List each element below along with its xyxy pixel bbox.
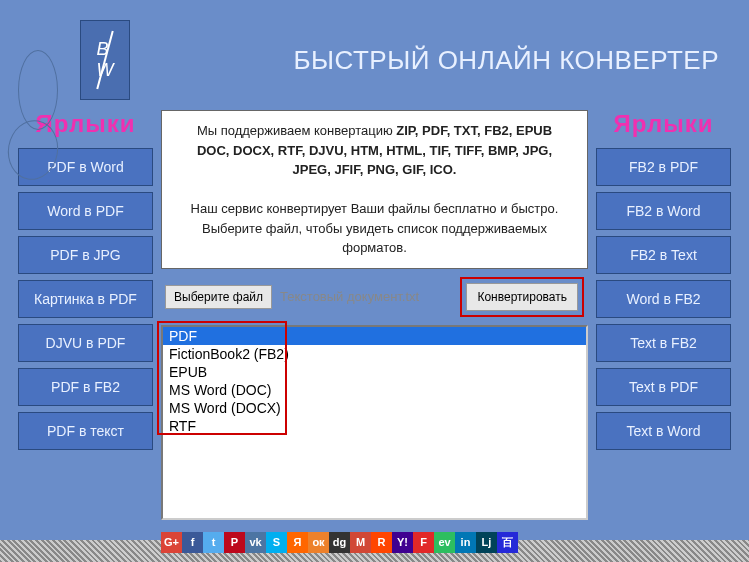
- social-icon[interactable]: Y!: [392, 532, 413, 553]
- decorative-oval: [18, 50, 58, 130]
- sidebar-right-item[interactable]: Text в FB2: [596, 324, 731, 362]
- social-icon[interactable]: G+: [161, 532, 182, 553]
- social-icon[interactable]: in: [455, 532, 476, 553]
- site-logo[interactable]: BW: [80, 20, 130, 100]
- sidebar-left-item[interactable]: Word в PDF: [18, 192, 153, 230]
- social-icon[interactable]: vk: [245, 532, 266, 553]
- info-box: Мы поддерживаем конвертацию ZIP, PDF, TX…: [161, 110, 588, 269]
- social-icon[interactable]: f: [182, 532, 203, 553]
- sidebar-right-item[interactable]: FB2 в Word: [596, 192, 731, 230]
- social-icon[interactable]: dg: [329, 532, 350, 553]
- info-text: Мы поддерживаем конвертацию: [197, 123, 396, 138]
- social-icon[interactable]: R: [371, 532, 392, 553]
- social-icon[interactable]: F: [413, 532, 434, 553]
- social-row: G+ftPvkSЯокdgMRY!FevinLj百: [161, 528, 588, 557]
- site-title: БЫСТРЫЙ ОНЛАЙН КОНВЕРТЕР: [293, 45, 719, 76]
- header: BW БЫСТРЫЙ ОНЛАЙН КОНВЕРТЕР: [10, 10, 739, 110]
- format-option[interactable]: FictionBook2 (FB2): [163, 345, 586, 363]
- selected-filename: Текстовый документ.txt: [280, 289, 419, 304]
- convert-highlight: Конвертировать: [460, 277, 584, 317]
- sidebar-right-item[interactable]: FB2 в PDF: [596, 148, 731, 186]
- convert-button[interactable]: Конвертировать: [466, 283, 578, 311]
- format-option[interactable]: RTF: [163, 417, 586, 435]
- social-icon[interactable]: t: [203, 532, 224, 553]
- sidebar-left-item[interactable]: PDF в JPG: [18, 236, 153, 274]
- sidebar-right-item[interactable]: FB2 в Text: [596, 236, 731, 274]
- social-icon[interactable]: P: [224, 532, 245, 553]
- format-option[interactable]: MS Word (DOC): [163, 381, 586, 399]
- info-text2: Наш сервис конвертирует Ваши файлы беспл…: [191, 201, 559, 255]
- social-icon[interactable]: 百: [497, 532, 518, 553]
- sidebar-left-item[interactable]: DJVU в PDF: [18, 324, 153, 362]
- social-icon[interactable]: S: [266, 532, 287, 553]
- social-icon[interactable]: Я: [287, 532, 308, 553]
- format-option[interactable]: EPUB: [163, 363, 586, 381]
- sidebar-left-item[interactable]: PDF в FB2: [18, 368, 153, 406]
- sidebar-right: Ярлыки FB2 в PDFFB2 в WordFB2 в TextWord…: [596, 110, 731, 557]
- choose-file-button[interactable]: Выберите файл: [165, 285, 272, 309]
- format-list[interactable]: PDFFictionBook2 (FB2)EPUBMS Word (DOC)MS…: [161, 325, 588, 520]
- sidebar-left-item[interactable]: Картинка в PDF: [18, 280, 153, 318]
- sidebar-left-item[interactable]: PDF в текст: [18, 412, 153, 450]
- format-option[interactable]: MS Word (DOCX): [163, 399, 586, 417]
- format-option[interactable]: PDF: [163, 327, 586, 345]
- social-icon[interactable]: ev: [434, 532, 455, 553]
- social-icon[interactable]: M: [350, 532, 371, 553]
- sidebar-right-item[interactable]: Text в Word: [596, 412, 731, 450]
- sidebar-right-title: Ярлыки: [596, 110, 731, 138]
- social-icon[interactable]: ок: [308, 532, 329, 553]
- social-icon[interactable]: Lj: [476, 532, 497, 553]
- sidebar-right-item[interactable]: Word в FB2: [596, 280, 731, 318]
- sidebar-right-item[interactable]: Text в PDF: [596, 368, 731, 406]
